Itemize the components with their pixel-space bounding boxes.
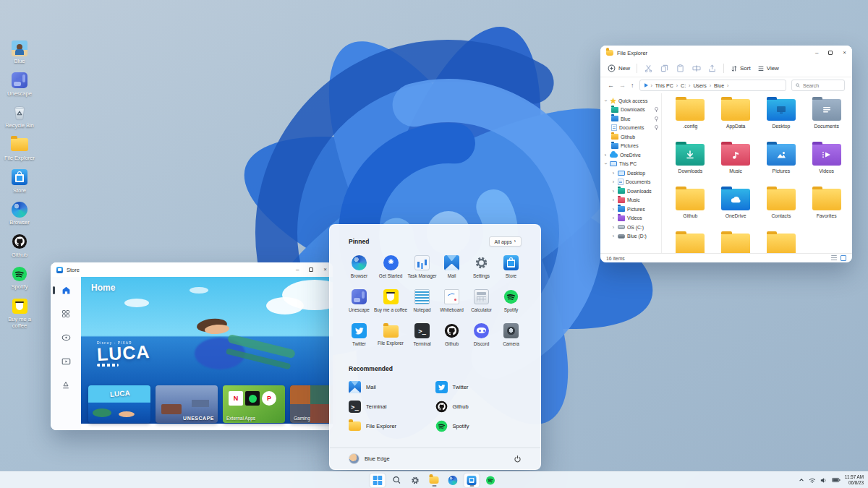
pinned-app-calculator[interactable]: Calculator [467, 287, 496, 321]
user-name[interactable]: Blue Edge [365, 455, 390, 462]
desktop-icon-spotify[interactable]: Spotify [1, 265, 38, 291]
recommended-mail[interactable]: Mail [349, 377, 435, 397]
library-icon[interactable] [59, 380, 72, 391]
rename-icon[interactable] [692, 64, 701, 73]
pinned-app-notepad[interactable]: Notepad [407, 287, 437, 321]
desktop-icon-coffee[interactable]: Buy me a coffee [1, 297, 38, 329]
pinned-app-coffee[interactable]: Buy me a coffee [374, 287, 407, 321]
folder-tile[interactable]: Favorites [804, 189, 849, 234]
folder-tile[interactable]: OneDrive [713, 189, 759, 234]
pinned-app-browser[interactable]: Browser [344, 253, 374, 287]
breadcrumb[interactable]: › This PC › C: › Users › Blue › [639, 80, 787, 91]
desktop-icon-github[interactable]: Github [1, 233, 38, 259]
sidebar-item-this-pc[interactable]: › This PC [603, 160, 661, 169]
sidebar-item-pictures-pc[interactable]: › Pictures [603, 205, 661, 214]
breadcrumb-item[interactable]: Users [693, 83, 706, 88]
sidebar-item-downloads[interactable]: Downloads [603, 106, 661, 115]
taskbar-spotify[interactable] [483, 474, 498, 487]
sidebar-item-blue-d[interactable]: › Blue (D:) [603, 232, 661, 241]
all-apps-button[interactable]: All apps› [489, 236, 522, 247]
folder-tile[interactable]: .config [668, 99, 713, 144]
cut-icon[interactable] [644, 64, 653, 73]
pinned-app-task-manager[interactable]: Task Manager [407, 253, 437, 287]
details-view-icon[interactable] [831, 255, 837, 261]
taskbar-file-explorer[interactable] [427, 474, 442, 487]
store-card-unescape[interactable]: UNESCAPE [156, 385, 218, 423]
pinned-app-spotify[interactable]: Spotify [496, 287, 526, 321]
folder-tile[interactable]: Contacts [759, 189, 804, 234]
forward-button[interactable]: → [619, 82, 626, 89]
recommended-terminal[interactable]: Terminal [349, 397, 435, 416]
desktop-icon-blue[interactable]: Blue [1, 39, 38, 65]
chevron-icon[interactable]: › [603, 98, 608, 103]
home-icon[interactable] [59, 284, 72, 296]
pinned-app-file-explorer[interactable]: File Explorer [374, 321, 407, 355]
chevron-up-icon[interactable] [799, 477, 804, 483]
sidebar-item-blue[interactable]: Blue [603, 114, 661, 124]
sidebar-item-pictures[interactable]: Pictures [603, 142, 661, 151]
pinned-app-mail[interactable]: Mail [437, 253, 467, 287]
folder-tile[interactable]: Downloads [668, 144, 713, 189]
games-icon[interactable] [59, 332, 72, 343]
sidebar-item-github[interactable]: Github [603, 132, 661, 142]
new-button[interactable]: New [608, 64, 630, 72]
breadcrumb-item[interactable]: This PC [655, 83, 673, 88]
store-titlebar[interactable]: Store – × [51, 262, 333, 277]
maximize-button[interactable] [828, 51, 833, 55]
folder-tile[interactable]: Pictures [759, 144, 804, 189]
sidebar-item-music[interactable]: › Music [603, 196, 661, 205]
folder-tile[interactable] [759, 234, 804, 253]
sidebar-item-quick-access[interactable]: › Quick access [603, 96, 661, 106]
taskbar-store[interactable] [464, 474, 480, 487]
taskbar-clock[interactable]: 11:57 AM 06/8/23 [845, 474, 864, 486]
desktop-icon-recycle-bin[interactable]: Recycle Bin [1, 103, 38, 129]
pinned-app-github[interactable]: Github [437, 321, 467, 355]
share-icon[interactable] [707, 64, 717, 73]
pinned-app-twitter[interactable]: Twitter [344, 321, 374, 355]
taskbar-search[interactable] [389, 474, 404, 487]
pinned-app-whiteboard[interactable]: Whiteboard [437, 287, 467, 321]
pinned-app-terminal[interactable]: Terminal [407, 321, 437, 355]
chevron-icon[interactable]: › [603, 153, 608, 158]
copy-icon[interactable] [660, 64, 669, 73]
start-button[interactable] [370, 474, 386, 487]
pinned-app-get-started[interactable]: Get Started [374, 253, 407, 287]
recommended-twitter[interactable]: Twitter [435, 377, 522, 397]
search-input[interactable] [803, 83, 841, 88]
store-card-luca[interactable]: LUCA [88, 385, 150, 423]
apps-icon[interactable] [59, 308, 72, 320]
close-button[interactable]: × [843, 50, 846, 56]
close-button[interactable]: × [323, 267, 327, 273]
pinned-app-discord[interactable]: Discord [467, 321, 496, 355]
desktop-icon-file-explorer[interactable]: File Explorer [1, 136, 38, 162]
breadcrumb-item[interactable]: Blue [714, 83, 724, 88]
chevron-icon[interactable]: › [603, 162, 608, 166]
folder-tile[interactable]: Videos [804, 144, 849, 189]
taskbar-settings[interactable] [408, 474, 423, 487]
store-card-gaming[interactable]: Gaming [290, 385, 333, 423]
desktop-icon-unescape[interactable]: Unescape [1, 72, 38, 98]
power-button[interactable] [514, 455, 522, 463]
desktop-icon-browser[interactable]: Browser [1, 200, 38, 226]
maximize-button[interactable] [309, 267, 313, 272]
movies-icon[interactable] [59, 356, 72, 367]
sidebar-item-documents[interactable]: Documents [603, 124, 661, 133]
sidebar-item-onedrive[interactable]: › OneDrive [603, 150, 661, 160]
thumbnail-view-icon[interactable] [841, 255, 846, 261]
folder-tile[interactable] [713, 234, 759, 253]
sidebar-item-os-c[interactable]: › OS (C:) [603, 223, 661, 232]
folder-tile[interactable]: Documents [804, 99, 849, 144]
breadcrumb-item[interactable]: C: [681, 83, 686, 88]
folder-tile[interactable] [668, 234, 713, 253]
sidebar-item-videos[interactable]: › Videos [603, 214, 661, 223]
recommended-spotify[interactable]: Spotify [435, 416, 522, 436]
taskbar-browser[interactable] [446, 474, 461, 487]
folder-tile[interactable]: Desktop [759, 99, 804, 144]
pinned-app-unescape[interactable]: Unescape [344, 287, 374, 321]
user-avatar[interactable] [349, 453, 359, 464]
folder-tile[interactable]: Music [713, 144, 759, 189]
volume-icon[interactable] [820, 477, 827, 484]
sidebar-item-documents-pc[interactable]: › Documents [603, 178, 661, 187]
view-button[interactable]: View [757, 65, 779, 72]
desktop-icon-store[interactable]: Store [1, 168, 38, 194]
